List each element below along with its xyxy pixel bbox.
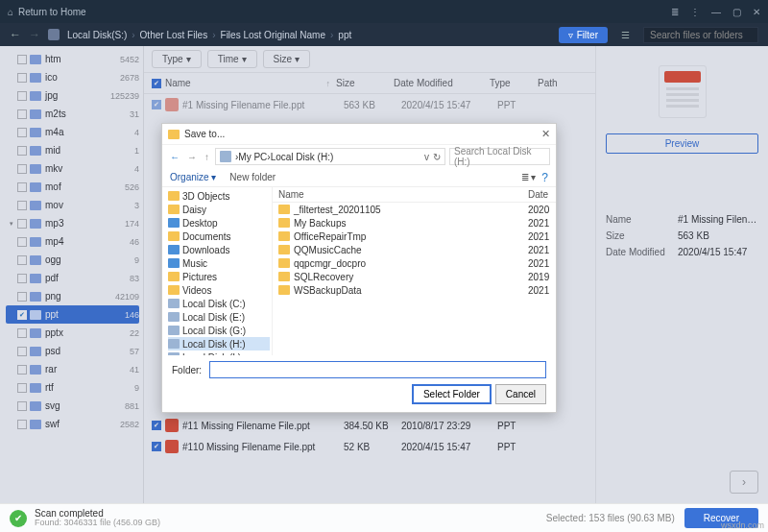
path-seg[interactable]: Local Disk (H:)	[271, 152, 334, 162]
window-controls: ≣ ⋮ — ▢ ✕	[671, 7, 760, 17]
folder-name: qqpcmgr_docpro	[294, 258, 366, 269]
folder-icon	[168, 130, 180, 139]
filter-label: Filter	[577, 30, 598, 40]
folder-date: 2020	[522, 203, 556, 216]
organize-button[interactable]: Organize ▾	[170, 172, 216, 182]
folder-icon	[278, 205, 290, 214]
close-icon[interactable]: ✕	[753, 7, 760, 17]
tree-item-label: Local Disk (E:)	[182, 312, 245, 323]
address-bar[interactable]: › My PC › Local Disk (H:) v ↻	[215, 148, 445, 165]
breadcrumb-seg[interactable]: Files Lost Original Name	[221, 30, 325, 40]
return-home[interactable]: ⌂ Return to Home	[8, 7, 86, 17]
dialog-toolbar: Organize ▾ New folder ≣ ▾ ?	[162, 168, 556, 187]
folder-name: My Backups	[294, 218, 346, 229]
folder-icon	[278, 258, 290, 268]
tree-item-label: Daisy	[182, 205, 206, 215]
dialog-search-input[interactable]: Search Local Disk (H:)	[449, 148, 550, 165]
tree-item-label: Local Disk (G:)	[182, 326, 246, 336]
disk-icon	[168, 312, 180, 322]
tree-item-label: Music	[182, 258, 207, 269]
breadcrumb: Local Disk(S:)› Other Lost Files› Files …	[67, 30, 551, 40]
tree-item-label: Local Disk (C:)	[182, 299, 246, 309]
refresh-icon[interactable]: ↻	[433, 152, 441, 162]
breadcrumb-seg[interactable]: Local Disk(S:)	[67, 30, 127, 40]
tree-item-label: 3D Objects	[182, 191, 229, 202]
folder-item[interactable]: OfficeRepairTmp	[273, 230, 522, 243]
nav-back-icon[interactable]: ←	[168, 152, 181, 162]
breadcrumb-seg[interactable]: ppt	[338, 30, 351, 40]
view-mode-icon[interactable]: ☰	[615, 30, 636, 40]
tree-item-label: Documents	[182, 231, 231, 242]
tree-item[interactable]: 3D Objects	[168, 189, 270, 203]
folder-date: 2019	[522, 270, 556, 283]
folder-name: _filtertest_20201105	[294, 205, 381, 215]
select-folder-button[interactable]: Select Folder	[412, 384, 492, 404]
tree-item[interactable]: Local Disk (E:)	[168, 310, 270, 324]
minimize-icon[interactable]: —	[711, 7, 721, 17]
cancel-button[interactable]: Cancel	[495, 384, 546, 404]
nav-back-icon[interactable]: ←	[10, 28, 21, 41]
tree-item[interactable]: Pictures	[168, 270, 270, 283]
dialog-tree[interactable]: 3D ObjectsDaisyDesktopDocumentsDownloads…	[162, 187, 273, 355]
tree-item[interactable]: Music	[168, 256, 270, 270]
search-input[interactable]: Search files or folders	[643, 27, 758, 43]
folder-date: 2021	[522, 283, 556, 297]
tree-item-label: Downloads	[182, 245, 229, 255]
funnel-icon: ▿	[568, 30, 573, 40]
disk-icon	[48, 29, 60, 40]
folder-date: 2021	[522, 256, 556, 270]
folder-icon	[168, 231, 180, 241]
selection-count: Selected: 153 files (90.63 MB)	[546, 513, 675, 523]
new-folder-button[interactable]: New folder	[229, 172, 276, 182]
home-icon: ⌂	[8, 7, 13, 17]
blue-icon	[168, 218, 180, 228]
tree-item[interactable]: Local Disk (G:)	[168, 324, 270, 337]
folder-item[interactable]: qqpcmgr_docpro	[273, 256, 522, 270]
folder-name: WSBackupData	[294, 285, 362, 296]
watermark: wsxdn.com	[721, 520, 764, 530]
tree-item[interactable]: Daisy	[168, 203, 270, 216]
col-name[interactable]: Name	[273, 187, 522, 203]
tree-item[interactable]: Desktop	[168, 216, 270, 230]
folder-input[interactable]	[209, 361, 546, 378]
return-home-label: Return to Home	[18, 7, 86, 17]
scan-subtitle: Found: 3046331 file (456.09 GB)	[35, 519, 160, 528]
folder-icon	[278, 231, 290, 241]
nav-up-icon[interactable]: ↑	[203, 152, 211, 162]
nav-forward-icon[interactable]: →	[185, 152, 199, 162]
main-toolbar: ← → Local Disk(S:)› Other Lost Files› Fi…	[0, 23, 768, 46]
status-bar: Scan completed Found: 3046331 file (456.…	[0, 503, 768, 532]
filter-button[interactable]: ▿ Filter	[559, 27, 608, 43]
nav-forward-icon[interactable]: →	[29, 28, 40, 41]
menu-icon[interactable]: ≣	[671, 7, 679, 17]
folder-item[interactable]: WSBackupData	[273, 283, 522, 297]
titlebar: ⌂ Return to Home ≣ ⋮ — ▢ ✕	[0, 0, 768, 23]
settings-icon[interactable]: ⋮	[690, 7, 700, 17]
breadcrumb-seg[interactable]: Other Lost Files	[140, 30, 208, 40]
chevron-down-icon[interactable]: v	[424, 152, 429, 162]
view-options-icon[interactable]: ≣ ▾	[521, 172, 537, 182]
tree-item[interactable]: Documents	[168, 230, 270, 243]
maximize-icon[interactable]: ▢	[732, 7, 741, 17]
folder-date: 2021	[522, 243, 556, 256]
folder-date: 2021	[522, 216, 556, 230]
dialog-footer: Folder: Select Folder Cancel	[162, 355, 556, 412]
close-icon[interactable]: ✕	[541, 128, 550, 140]
tree-item[interactable]: Local Disk (C:)	[168, 297, 270, 310]
folder-item[interactable]: QQMusicCache	[273, 243, 522, 256]
folder-item[interactable]: My Backups	[273, 216, 522, 230]
dialog-nav: ← → ↑ › My PC › Local Disk (H:) v ↻ Sear…	[162, 145, 556, 168]
path-seg[interactable]: My PC	[238, 152, 267, 162]
folder-item[interactable]: SQLRecovery	[273, 270, 522, 283]
dialog-file-list[interactable]: Name _filtertest_20201105My BackupsOffic…	[273, 187, 556, 355]
disk-icon	[168, 299, 180, 308]
tree-item[interactable]: Videos	[168, 283, 270, 297]
tree-item[interactable]: Downloads	[168, 243, 270, 256]
col-date[interactable]: Date	[522, 187, 556, 203]
disk-icon	[168, 326, 180, 335]
dialog-title: Save to...	[184, 129, 225, 139]
folder-item[interactable]: _filtertest_20201105	[273, 203, 522, 216]
status-ok-icon	[10, 510, 27, 527]
tree-item[interactable]: Local Disk (H:)	[168, 337, 270, 351]
help-icon[interactable]: ?	[541, 171, 548, 184]
